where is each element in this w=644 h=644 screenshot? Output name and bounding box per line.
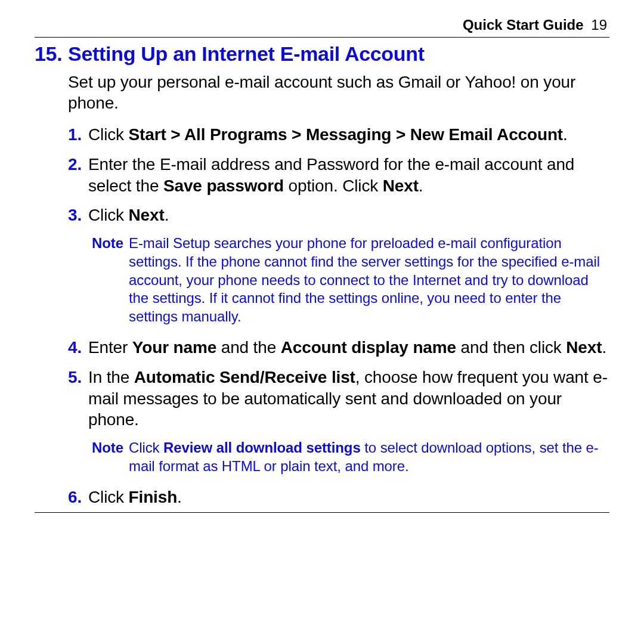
step-text: . <box>563 125 568 144</box>
step-text: and the <box>216 338 281 357</box>
note-body: E-mail Setup searches your phone for pre… <box>129 234 605 326</box>
step-text: Click <box>88 206 129 224</box>
step-1: 1. Click Start > All Programs > Messagin… <box>68 124 609 145</box>
step-3: 3. Click Next. <box>68 205 609 226</box>
step-number: 2. <box>68 154 88 197</box>
step-text: . <box>419 177 423 195</box>
step-6: 6. Click Finish. <box>68 487 609 508</box>
step-text: . <box>602 338 606 357</box>
note-2: Note Click Review all download settings … <box>92 439 605 475</box>
step-number: 3. <box>68 205 88 226</box>
step-number: 4. <box>68 337 88 358</box>
guide-title: Quick Start Guide <box>463 17 584 33</box>
step-bold: Save password <box>163 177 284 195</box>
step-text: Click <box>88 125 129 144</box>
step-bold: Account display name <box>281 338 456 357</box>
note-label: Note <box>92 439 129 475</box>
step-text: . <box>177 488 182 506</box>
step-body: Enter Your name and the Account display … <box>88 337 609 358</box>
step-text: Click <box>88 488 129 506</box>
step-bold: Start > All Programs > Messaging > New E… <box>129 125 563 144</box>
divider-bottom <box>35 512 609 513</box>
step-text: In the <box>88 368 134 386</box>
note-1: Note E-mail Setup searches your phone fo… <box>92 234 605 326</box>
step-body: In the Automatic Send/Receive list, choo… <box>88 367 609 431</box>
note-body: Click Review all download settings to se… <box>129 439 605 475</box>
step-bold: Next <box>129 206 165 224</box>
step-body: Enter the E-mail address and Password fo… <box>88 154 609 197</box>
intro-paragraph: Set up your personal e-mail account such… <box>68 72 609 113</box>
section-heading: 15. Setting Up an Internet E-mail Accoun… <box>35 42 609 66</box>
step-text: option. Click <box>284 177 383 195</box>
step-4: 4. Enter Your name and the Account displ… <box>68 337 609 358</box>
step-bold: Your name <box>132 338 216 357</box>
section-title: Setting Up an Internet E-mail Account <box>68 42 609 66</box>
step-bold: Automatic Send/Receive list <box>134 368 355 386</box>
step-body: Click Next. <box>88 205 609 226</box>
step-body: Click Start > All Programs > Messaging >… <box>88 124 609 145</box>
step-text: and then click <box>456 338 566 357</box>
step-number: 1. <box>68 124 88 145</box>
page-header: Quick Start Guide 19 <box>35 17 609 33</box>
step-bold: Next <box>383 177 419 195</box>
note-text: Click <box>129 439 163 456</box>
divider-top <box>35 37 609 38</box>
step-5: 5. In the Automatic Send/Receive list, c… <box>68 367 609 431</box>
step-text: . <box>165 206 169 224</box>
step-number: 5. <box>68 367 88 431</box>
note-bold: Review all download settings <box>163 439 361 456</box>
section-number: 15. <box>35 42 68 66</box>
step-bold: Finish <box>129 488 178 506</box>
note-label: Note <box>92 234 129 326</box>
step-number: 6. <box>68 487 88 508</box>
step-2: 2. Enter the E-mail address and Password… <box>68 154 609 197</box>
page-number: 19 <box>591 17 607 33</box>
step-body: Click Finish. <box>88 487 609 508</box>
step-bold: Next <box>566 338 602 357</box>
step-text: Enter <box>88 338 132 357</box>
